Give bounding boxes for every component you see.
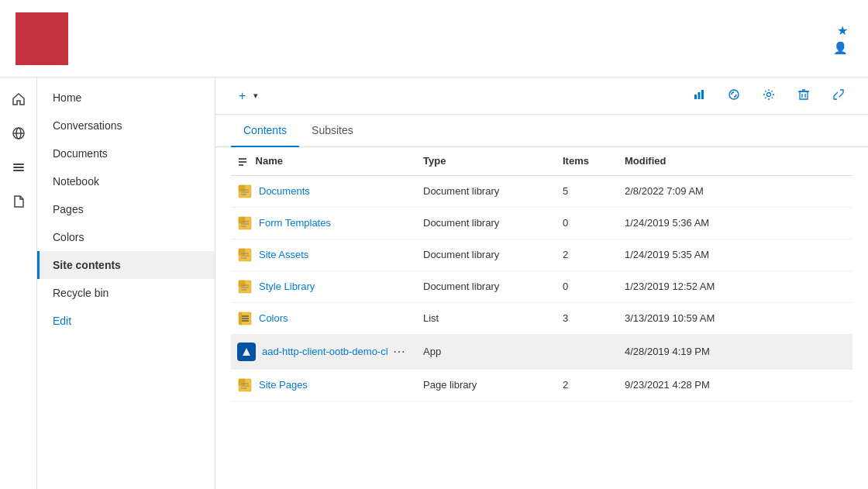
- plus-icon: +: [239, 89, 246, 103]
- col-header-type: Type: [417, 147, 556, 175]
- main-body: Home Conversations Documents Notebook Pa…: [0, 77, 868, 489]
- type-cell: Page library: [417, 369, 556, 401]
- icon-bar-globe[interactable]: [3, 118, 34, 149]
- name-cell: Form Templates: [231, 207, 417, 239]
- toolbar: + ▾: [215, 77, 868, 115]
- table-header-row: Name Type Items Modified: [231, 147, 852, 175]
- sidebar: Home Conversations Documents Notebook Pa…: [37, 77, 215, 489]
- table-row: Colors List 3 3/13/2019 10:59 AM: [231, 302, 852, 334]
- table-row: Style Library Document library 0 1/23/20…: [231, 270, 852, 302]
- svg-rect-12: [239, 185, 245, 191]
- sidebar-item-colors[interactable]: Colors: [37, 223, 215, 251]
- list-icon: [237, 311, 253, 326]
- icon-bar-list[interactable]: [3, 152, 34, 183]
- members-button[interactable]: 👤: [833, 40, 852, 54]
- svg-rect-14: [239, 217, 245, 223]
- table-row: aad-http-client-ootb-demo-cl ⋯ App 4/28/…: [231, 334, 852, 369]
- row-name-link[interactable]: Site Pages: [259, 379, 308, 391]
- doc-lib-icon: [237, 215, 253, 231]
- expand-button[interactable]: [825, 84, 852, 108]
- svg-point-10: [767, 93, 771, 97]
- row-name-link[interactable]: Form Templates: [259, 217, 331, 229]
- new-button[interactable]: + ▾: [231, 84, 266, 108]
- col-header-modified: Modified: [618, 147, 852, 175]
- svg-marker-21: [243, 348, 250, 356]
- chart-icon: [693, 88, 705, 103]
- table-row: Site Pages Page library 2 9/23/2021 4:28…: [231, 369, 852, 401]
- svg-rect-8: [701, 90, 704, 99]
- table-row: Form Templates Document library 0 1/24/2…: [231, 207, 852, 239]
- star-icon: ★: [837, 22, 848, 37]
- icon-bar-document[interactable]: [3, 186, 34, 217]
- row-name-link[interactable]: Documents: [259, 185, 310, 197]
- tab-subsites[interactable]: Subsites: [299, 115, 366, 147]
- top-header: ★ 👤: [0, 0, 868, 77]
- type-cell: Document library: [417, 239, 556, 270]
- items-cell: 3: [556, 302, 618, 334]
- more-options-icon[interactable]: ⋯: [388, 343, 410, 360]
- svg-rect-7: [698, 92, 701, 99]
- icon-bar-home[interactable]: [3, 84, 34, 115]
- site-logo: [16, 12, 68, 65]
- row-name-link[interactable]: Colors: [259, 312, 288, 324]
- col-header-name: Name: [231, 147, 417, 175]
- tabs: Contents Subsites: [215, 115, 868, 147]
- sidebar-item-site-contents[interactable]: Site contents: [37, 251, 215, 279]
- modified-cell: 1/23/2019 12:52 AM: [618, 270, 852, 302]
- svg-point-9: [729, 90, 739, 99]
- people-icon: 👤: [833, 40, 848, 54]
- table-container: Name Type Items Modified Documents: [215, 147, 868, 489]
- modified-cell: 2/8/2022 7:09 AM: [618, 175, 852, 207]
- site-usage-button[interactable]: [685, 84, 717, 108]
- sidebar-item-notebook[interactable]: Notebook: [37, 167, 215, 195]
- sidebar-item-recycle-bin[interactable]: Recycle bin: [37, 279, 215, 307]
- doc-lib-icon: [237, 184, 253, 199]
- sidebar-item-documents[interactable]: Documents: [37, 139, 215, 167]
- content-area: + ▾: [215, 77, 868, 489]
- items-cell: 2: [556, 369, 618, 401]
- name-cell: Style Library: [231, 270, 417, 302]
- sidebar-item-conversations[interactable]: Conversations: [37, 112, 215, 139]
- header-actions: ★ 👤: [833, 22, 852, 54]
- following-button[interactable]: ★: [837, 22, 852, 37]
- modified-cell: 1/24/2019 5:36 AM: [618, 207, 852, 239]
- row-name-link[interactable]: Style Library: [259, 281, 315, 292]
- doc-lib-icon: [237, 279, 253, 294]
- modified-cell: 9/23/2021 4:28 PM: [618, 369, 852, 401]
- gear-icon: [763, 88, 775, 103]
- items-cell: 5: [556, 175, 618, 207]
- items-cell: 2: [556, 239, 618, 270]
- type-cell: Document library: [417, 175, 556, 207]
- sidebar-item-edit[interactable]: Edit: [37, 307, 215, 335]
- chevron-down-icon: ▾: [253, 91, 258, 101]
- recycle-bin-icon: [797, 88, 810, 103]
- type-cell: Document library: [417, 207, 556, 239]
- svg-rect-4: [13, 167, 24, 168]
- name-cell: Colors: [231, 302, 417, 334]
- row-name-link[interactable]: Site Assets: [259, 249, 308, 260]
- svg-rect-20: [239, 312, 242, 325]
- modified-cell: 4/28/2019 4:19 PM: [618, 334, 852, 369]
- recycle-bin-button[interactable]: [790, 84, 822, 108]
- doc-lib-icon: [237, 377, 253, 393]
- type-cell: Document library: [417, 270, 556, 302]
- modified-cell: 1/24/2019 5:35 AM: [618, 239, 852, 270]
- items-cell: 0: [556, 270, 618, 302]
- type-cell: List: [417, 302, 556, 334]
- name-cell: Documents: [231, 175, 417, 207]
- site-settings-button[interactable]: [755, 84, 787, 108]
- name-cell: Site Pages: [231, 369, 417, 401]
- row-name-link[interactable]: aad-http-client-ootb-demo-cl: [262, 346, 388, 357]
- expand-icon: [832, 88, 845, 103]
- contents-table: Name Type Items Modified Documents: [231, 147, 852, 401]
- sidebar-item-pages[interactable]: Pages: [37, 195, 215, 223]
- table-row: Documents Document library 5 2/8/2022 7:…: [231, 175, 852, 207]
- icon-bar: [0, 77, 37, 489]
- col-header-items: Items: [556, 147, 618, 175]
- svg-rect-6: [694, 95, 697, 99]
- tab-contents[interactable]: Contents: [231, 115, 299, 147]
- type-cell: App: [417, 334, 556, 369]
- site-workflows-button[interactable]: [720, 84, 752, 108]
- sidebar-item-home[interactable]: Home: [37, 84, 215, 112]
- doc-lib-icon: [237, 247, 253, 263]
